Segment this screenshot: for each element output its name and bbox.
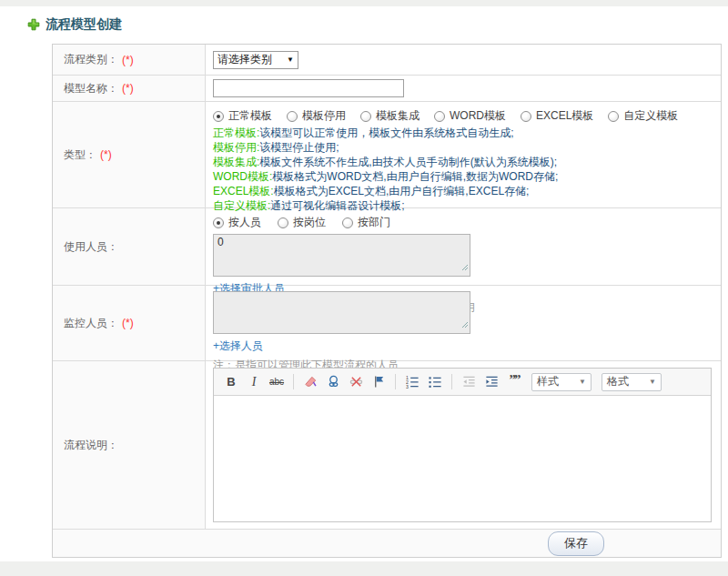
content-panel: 流程模型创建 流程类别： (*) 请选择类别 ▼ 模型名称： (*) — [0, 6, 728, 561]
chevron-down-icon: ▼ — [579, 378, 586, 386]
form-row-users: 使用人员： 按人员 按岗位 按部门 — [53, 208, 721, 286]
model-name-input[interactable] — [213, 79, 404, 97]
radio-by-post[interactable]: 按岗位 — [278, 215, 326, 230]
users-label-cell: 使用人员： — [53, 208, 206, 285]
anchor-flag-button[interactable] — [369, 372, 389, 392]
editor-content-area[interactable] — [214, 396, 711, 521]
radio-word-template[interactable]: WORD模板 — [434, 108, 506, 124]
users-radio-group: 按人员 按岗位 按部门 — [213, 215, 713, 230]
monitors-label-cell: 监控人员： (*) — [53, 286, 206, 360]
unlink-button[interactable] — [346, 372, 366, 392]
category-select-value: 请选择类别 — [217, 52, 272, 67]
add-icon — [27, 18, 40, 31]
svg-text:3: 3 — [406, 384, 409, 389]
toolbar-separator — [451, 374, 452, 389]
chevron-down-icon: ▼ — [287, 56, 294, 64]
radio-by-department[interactable]: 按部门 — [342, 215, 390, 230]
users-label: 使用人员： — [64, 239, 118, 255]
monitors-textarea[interactable] — [213, 291, 470, 334]
radio-icon — [213, 217, 224, 228]
radio-icon — [287, 111, 298, 122]
outdent-button[interactable] — [459, 372, 479, 392]
page-title: 流程模型创建 — [46, 16, 122, 33]
flag-icon — [372, 375, 386, 389]
type-description-line: EXCEL模板:模板格式为EXCEL文档,由用户自行编辑,EXCEL存储; — [213, 184, 713, 198]
ordered-list-button[interactable]: 1 2 3 — [402, 372, 422, 392]
radio-icon — [213, 111, 224, 122]
description-label-cell: 流程说明： — [53, 361, 206, 529]
unordered-list-button[interactable] — [425, 372, 445, 392]
indent-icon — [485, 375, 499, 389]
remove-format-button[interactable] — [300, 372, 320, 392]
form-row-description: 流程说明： B I abc — [53, 361, 721, 530]
radio-icon — [342, 217, 353, 228]
users-textarea[interactable]: 0 — [213, 234, 470, 277]
format-dropdown[interactable]: 格式 ▼ — [602, 373, 662, 391]
type-description-line: 模板集成:模板文件系统不作生成,由技术人员手动制作(默认为系统模板); — [213, 155, 713, 169]
radio-icon — [360, 111, 371, 122]
eraser-icon — [304, 375, 318, 389]
form-row-category: 流程类别： (*) 请选择类别 ▼ — [53, 45, 721, 76]
form-row-monitors: 监控人员： (*) +选择人员 注：是指可以管理此下模型流程的人员 — [53, 286, 721, 361]
styles-dropdown[interactable]: 样式 ▼ — [531, 373, 592, 391]
radio-template-disabled[interactable]: 模板停用 — [287, 108, 346, 124]
ordered-list-icon: 1 2 3 — [406, 375, 420, 389]
unlink-icon — [349, 375, 363, 389]
link-button[interactable] — [323, 372, 343, 392]
radio-normal-template[interactable]: 正常模板 — [213, 108, 272, 124]
type-label: 类型： — [64, 147, 96, 163]
monitors-label: 监控人员： — [64, 316, 118, 331]
radio-icon — [608, 111, 619, 122]
outdent-icon — [462, 375, 476, 389]
type-description-line: 正常模板:该模型可以正常使用，模板文件由系统格式自动生成; — [213, 126, 713, 140]
radio-icon — [521, 111, 531, 122]
link-icon — [327, 375, 340, 389]
description-label: 流程说明： — [64, 438, 118, 453]
editor-toolbar: B I abc — [214, 369, 711, 396]
rich-text-editor: B I abc — [213, 368, 712, 522]
type-radio-group: 正常模板 模板停用 模板集成 WORD模板 — [213, 108, 713, 124]
page-header: 流程模型创建 — [0, 12, 728, 44]
save-button[interactable]: 保存 — [548, 531, 604, 556]
toolbar-separator — [395, 374, 396, 389]
indent-button[interactable] — [481, 372, 501, 392]
form-row-name: 模型名称： (*) — [53, 76, 721, 102]
chevron-down-icon: ▼ — [649, 378, 656, 386]
bold-button[interactable]: B — [221, 372, 241, 392]
select-monitors-link[interactable]: +选择人员 — [213, 339, 263, 354]
blockquote-button[interactable]: ”” — [504, 372, 524, 392]
required-star: (*) — [100, 148, 112, 161]
radio-by-person[interactable]: 按人员 — [213, 215, 261, 230]
process-model-form: 流程类别： (*) 请选择类别 ▼ 模型名称： (*) 类型： — [52, 44, 722, 558]
type-description-line: WORD模板:模板格式为WORD文档,由用户自行编辑,数据为WORD存储; — [213, 169, 713, 184]
form-row-type: 类型： (*) 正常模板 模板停用 模板集成 — [53, 102, 721, 208]
required-star: (*) — [122, 82, 134, 95]
unordered-list-icon — [429, 375, 442, 389]
italic-button[interactable]: I — [244, 372, 264, 392]
form-footer: 保存 — [53, 530, 721, 557]
toolbar-separator — [293, 374, 294, 389]
category-label-cell: 流程类别： (*) — [53, 45, 206, 75]
radio-excel-template[interactable]: EXCEL模板 — [521, 108, 593, 124]
type-description-line: 模板停用:该模型停止使用; — [213, 140, 713, 155]
name-label: 模型名称： — [64, 81, 118, 96]
radio-icon — [434, 111, 445, 122]
category-select[interactable]: 请选择类别 ▼ — [213, 51, 298, 69]
strikethrough-button[interactable]: abc — [267, 372, 287, 392]
radio-template-integrated[interactable]: 模板集成 — [360, 108, 420, 124]
radio-custom-template[interactable]: 自定义模板 — [608, 108, 678, 124]
radio-icon — [278, 217, 288, 228]
category-label: 流程类别： — [64, 52, 118, 67]
required-star: (*) — [122, 317, 134, 329]
required-star: (*) — [122, 54, 134, 66]
type-label-cell: 类型： (*) — [53, 102, 206, 207]
name-label-cell: 模型名称： (*) — [53, 76, 206, 101]
